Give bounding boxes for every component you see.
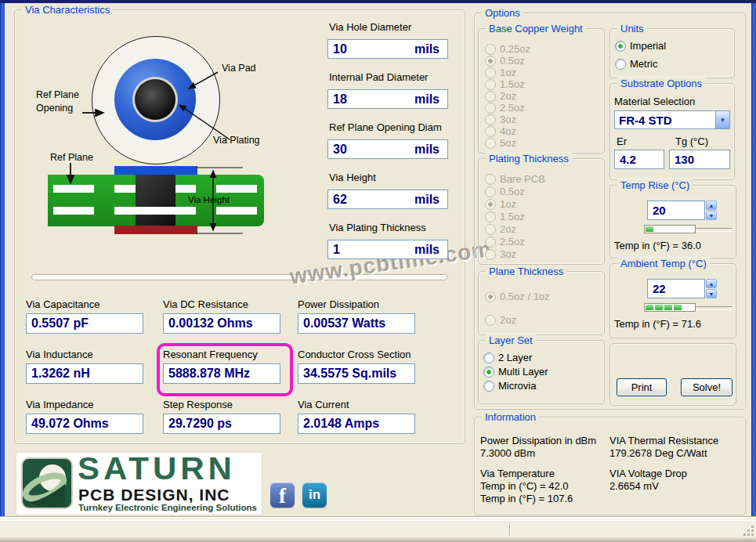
units-group: Units Imperial Metric [610,28,735,78]
via-characteristics-title: Via Characteristics [22,4,113,16]
radio-label: Microvia [498,380,536,392]
solve-button[interactable]: Solve! [681,378,732,396]
saturn-logo: SATURN PCB DESIGN, INC Turnkey Electroni… [16,452,262,515]
field-value: 62 [333,193,347,207]
resonant-frequency-field[interactable]: 5888.878 MHz [163,363,280,384]
ambient-temp-field[interactable]: 22 [647,279,705,298]
field-unit: mils [414,143,443,157]
chevron-down-icon[interactable]: ▼ [715,111,729,128]
plating-thickness-title: Plating Thickness [486,153,572,164]
radio-icon [485,56,496,67]
radio-bcw-5oz: 5oz [485,137,516,149]
field-value: 5888.878 MHz [168,367,250,381]
radio-label: 0.5oz [500,55,525,67]
via-dc-resistance-field[interactable]: 0.00132 Ohms [163,313,280,334]
temp-rise-converted: Temp in (°F) = 36.0 [614,240,701,251]
temp-rise-stepper[interactable]: ▲▼ [706,201,717,220]
radio-bcw-2oz: 2oz [485,90,516,102]
radio-imperial[interactable]: Imperial [615,40,666,52]
radio-icon [485,103,496,114]
via-inductance-field[interactable]: 1.3262 nH [26,363,143,384]
radio-label: Multi Layer [498,366,548,378]
radio-multi-layer[interactable]: Multi Layer [483,366,548,378]
via-height-field[interactable]: 62 mils [327,190,448,209]
step-response-field[interactable]: 29.7290 ps [163,414,280,434]
spin-down-icon[interactable]: ▼ [706,211,717,220]
er-field[interactable]: 4.2 [614,150,664,169]
linkedin-icon[interactable]: in [302,482,327,508]
radio-microvia[interactable]: Microvia [483,380,536,392]
ref-plane-opening-label-1: Ref Plane [36,89,79,100]
via-impedance-label: Via Impedance [26,399,94,410]
substrate-options-title: Substrate Options [617,78,705,89]
radio-2-layer[interactable]: 2 Layer [483,352,532,363]
power-dissipation-dbm-label: Power Dissipation in dBm [480,435,596,446]
power-dissipation-field[interactable]: 0.00537 Watts [298,313,415,334]
progress-groove [696,306,732,310]
via-temperature-c: Temp in (°C) = 42.0 [480,480,569,492]
radio-label: 2oz [500,90,516,102]
field-value: 18 [333,92,347,107]
radio-label: 2.5oz [500,102,525,114]
spin-down-icon[interactable]: ▼ [706,289,717,298]
via-hole-diameter-field[interactable]: 10 mils [327,39,448,59]
progress-groove [696,228,732,232]
field-value: 1 [333,243,340,257]
via-plating-thickness-label: Via Plating Thickness [329,222,426,233]
ref-plane-opening-label-2: Opening [36,103,73,114]
units-title: Units [617,23,647,34]
radio-icon [483,381,494,392]
field-unit: mils [414,42,443,56]
radio-label: Metric [630,58,657,70]
radio-icon [485,291,496,302]
options-title: Options [482,7,523,19]
via-capacitance-field[interactable]: 0.5507 pF [26,313,143,334]
radio-label: 2oz [500,314,516,326]
radio-icon [485,211,496,222]
print-button[interactable]: Print [617,378,667,396]
facebook-glyph: f [279,484,286,508]
tg-field[interactable]: 130 [669,150,730,169]
temp-rise-field[interactable]: 20 [647,201,705,220]
spin-up-icon[interactable]: ▲ [706,279,717,288]
ref-plane-opening-diam-field[interactable]: 30 mils [327,139,448,159]
conductor-cross-section-field[interactable]: 34.5575 Sq.mils [298,363,415,384]
via-calculator-window: { "window": { "watermark": "www.pcbtime.… [0,0,756,542]
logo-title: SATURN [78,451,236,487]
via-current-field[interactable]: 2.0148 Amps [298,414,415,434]
radio-pt-1.5oz: 1.5oz [485,211,525,222]
via-capacitance-label: Via Capacitance [26,298,99,310]
field-value: 2.0148 Amps [303,417,379,431]
power-dissipation-label: Power Dissipation [298,298,379,310]
radio-icon [485,67,496,78]
status-bar-separator [509,523,511,536]
linkedin-glyph: in [309,482,320,508]
via-impedance-field[interactable]: 49.072 Ohms [26,414,143,434]
via-plating-thickness-field[interactable]: 1 mils [327,240,448,259]
radio-icon [485,138,496,149]
spin-up-icon[interactable]: ▲ [706,201,717,210]
logo-subtitle: PCB DESIGN, INC [78,486,230,504]
voltage-drop-label: VIA Voltage Drop [610,468,687,479]
thermal-resistance-label: VIA Thermal Resistance [610,435,718,446]
radio-icon [615,41,626,52]
radio-label: 1.5oz [500,78,525,90]
ambient-temp-stepper[interactable]: ▲▼ [706,279,717,298]
radio-metric[interactable]: Metric [615,58,657,70]
field-value: 1.3262 nH [31,367,90,381]
field-value: 10 [333,42,347,56]
ambient-temp-converted: Temp in (°F) = 71.6 [614,318,701,330]
via-temperature-label: Via Temperature [480,468,555,479]
material-selection-dropdown[interactable]: FR-4 STD ▼ [614,110,730,129]
resize-grip-icon[interactable] [743,525,754,536]
radio-icon [483,352,494,363]
window-bottom-border [0,537,756,542]
radio-icon [485,186,496,197]
internal-pad-diameter-field[interactable]: 18 mils [327,89,448,109]
field-unit: mils [414,92,443,107]
layer-set-group: Layer Set 2 Layer Multi Layer Microvia [478,340,605,404]
radio-bcw-0.25oz: 0.25oz [485,43,530,55]
field-unit: mils [414,193,443,207]
facebook-icon[interactable]: f [270,482,295,508]
radio-bcw-2.5oz: 2.5oz [485,102,525,114]
